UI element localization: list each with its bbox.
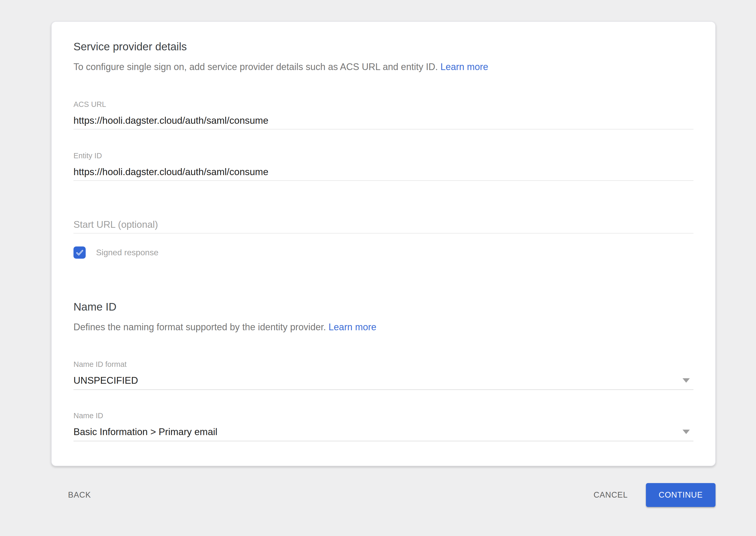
- signed-response-label: Signed response: [96, 248, 158, 257]
- entity-id-label: Entity ID: [73, 151, 694, 160]
- entity-id-input[interactable]: [73, 166, 694, 181]
- name-id-field: Name ID Basic Information > Primary emai…: [73, 411, 694, 441]
- start-url-field: [73, 219, 694, 233]
- page-background: { "card": { "service_provider": { "title…: [0, 0, 756, 536]
- name-id-format-value: UNSPECIFIED: [73, 375, 694, 386]
- learn-more-link[interactable]: Learn more: [329, 322, 377, 332]
- name-id-format-field: Name ID format UNSPECIFIED: [73, 360, 694, 390]
- service-provider-description: To configure single sign on, add service…: [73, 61, 694, 73]
- service-provider-card: Service provider details To configure si…: [51, 21, 716, 466]
- learn-more-link[interactable]: Learn more: [440, 61, 488, 72]
- checkmark-icon: [75, 248, 84, 257]
- name-id-dropdown[interactable]: Basic Information > Primary email: [73, 426, 694, 441]
- name-id-value: Basic Information > Primary email: [73, 426, 694, 438]
- signed-response-checkbox[interactable]: [73, 247, 86, 259]
- dropdown-arrow-icon: [683, 378, 690, 383]
- action-bar: BACK CANCEL CONTINUE: [68, 483, 715, 507]
- name-id-description: Defines the naming format supported by t…: [73, 321, 694, 333]
- description-text: To configure single sign on, add service…: [73, 61, 438, 72]
- continue-button[interactable]: CONTINUE: [646, 483, 715, 507]
- acs-url-input[interactable]: [73, 115, 694, 129]
- acs-url-label: ACS URL: [73, 100, 694, 109]
- name-id-format-label: Name ID format: [73, 360, 694, 369]
- back-button[interactable]: BACK: [68, 490, 91, 500]
- name-id-format-dropdown[interactable]: UNSPECIFIED: [73, 375, 694, 390]
- name-id-heading: Name ID: [73, 300, 694, 314]
- cancel-button[interactable]: CANCEL: [594, 490, 628, 500]
- description-text: Defines the naming format supported by t…: [73, 322, 326, 332]
- dropdown-arrow-icon: [683, 430, 690, 434]
- signed-response-row: Signed response: [73, 247, 694, 259]
- name-id-label: Name ID: [73, 411, 694, 420]
- start-url-input[interactable]: [73, 219, 694, 233]
- acs-url-field: ACS URL: [73, 100, 694, 129]
- entity-id-field: Entity ID: [73, 151, 694, 181]
- page-title: Service provider details: [73, 40, 694, 53]
